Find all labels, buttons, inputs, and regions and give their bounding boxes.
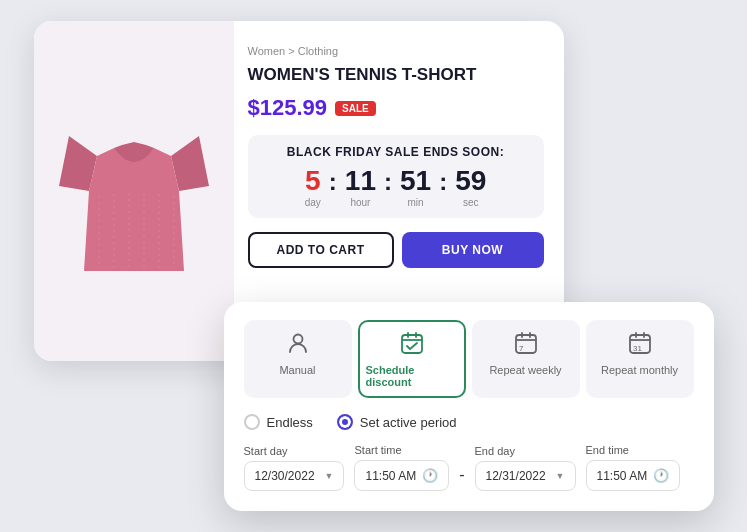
- countdown-seconds: 59 sec: [455, 167, 486, 208]
- tab-manual-label: Manual: [279, 364, 315, 376]
- end-time-value: 11:50 AM: [597, 469, 648, 483]
- end-day-value: 12/31/2022: [486, 469, 546, 483]
- tab-repeat-monthly-label: Repeat monthly: [601, 364, 678, 376]
- person-icon: [288, 332, 308, 359]
- radio-endless[interactable]: Endless: [244, 414, 313, 430]
- product-price: $125.99: [248, 95, 328, 121]
- sep1: :: [329, 168, 337, 196]
- calendar-month-icon: 31: [629, 332, 651, 359]
- start-time-label: Start time: [354, 444, 449, 456]
- countdown-label: BLACK FRIDAY SALE ENDS SOON:: [262, 145, 530, 159]
- svg-text:31: 31: [633, 344, 642, 353]
- end-day-select[interactable]: 12/31/2022 ▼: [475, 461, 576, 491]
- scene: Women > Clothing WOMEN'S TENNIS T-SHORT …: [34, 21, 714, 511]
- price-row: $125.99 SALE: [248, 95, 544, 121]
- svg-text:7: 7: [519, 344, 524, 353]
- radio-set-period[interactable]: Set active period: [337, 414, 457, 430]
- start-time-group: Start time 11:50 AM 🕐: [354, 444, 449, 491]
- radio-endless-circle: [244, 414, 260, 430]
- countdown-minutes: 51 min: [400, 167, 431, 208]
- countdown-box: BLACK FRIDAY SALE ENDS SOON: 5 day : 11 …: [248, 135, 544, 218]
- product-title: WOMEN'S TENNIS T-SHORT: [248, 65, 544, 85]
- clock-icon-end: 🕐: [653, 468, 669, 483]
- tab-manual[interactable]: Manual: [244, 320, 352, 398]
- sep2: :: [384, 168, 392, 196]
- product-image: [59, 106, 209, 276]
- start-day-select[interactable]: 12/30/2022 ▼: [244, 461, 345, 491]
- tab-repeat-weekly[interactable]: 7 Repeat weekly: [472, 320, 580, 398]
- clock-icon: 🕐: [422, 468, 438, 483]
- end-time-input[interactable]: 11:50 AM 🕐: [586, 460, 681, 491]
- sale-badge: SALE: [335, 101, 376, 116]
- start-time-value: 11:50 AM: [365, 469, 416, 483]
- radio-row: Endless Set active period: [244, 414, 694, 430]
- end-time-group: End time 11:50 AM 🕐: [586, 444, 681, 491]
- start-day-label: Start day: [244, 445, 345, 457]
- svg-rect-11: [402, 335, 422, 353]
- radio-endless-label: Endless: [267, 415, 313, 430]
- calendar-check-icon: [401, 332, 423, 359]
- radio-set-period-label: Set active period: [360, 415, 457, 430]
- start-day-value: 12/30/2022: [255, 469, 315, 483]
- countdown-days: 5 day: [305, 167, 321, 208]
- product-image-area: [34, 21, 234, 361]
- tab-repeat-weekly-label: Repeat weekly: [489, 364, 561, 376]
- date-range-separator: -: [459, 466, 464, 491]
- countdown-numbers: 5 day : 11 hour : 51 min : 59: [262, 167, 530, 208]
- chevron-down-icon: ▼: [325, 471, 334, 481]
- breadcrumb: Women > Clothing: [248, 45, 544, 57]
- svg-point-10: [293, 335, 302, 344]
- buy-now-button[interactable]: BUY NOW: [402, 232, 544, 268]
- start-day-group: Start day 12/30/2022 ▼: [244, 445, 345, 491]
- tab-schedule-label: Schedule discount: [366, 364, 458, 388]
- btn-row: ADD TO CART BUY NOW: [248, 232, 544, 268]
- end-day-group: End day 12/31/2022 ▼: [475, 445, 576, 491]
- chevron-down-icon-end: ▼: [556, 471, 565, 481]
- countdown-hours: 11 hour: [345, 167, 376, 208]
- tabs-row: Manual Schedule discount: [244, 320, 694, 398]
- start-time-input[interactable]: 11:50 AM 🕐: [354, 460, 449, 491]
- end-day-label: End day: [475, 445, 576, 457]
- discount-panel: Manual Schedule discount: [224, 302, 714, 511]
- tab-schedule[interactable]: Schedule discount: [358, 320, 466, 398]
- sep3: :: [439, 168, 447, 196]
- calendar-week-icon: 7: [515, 332, 537, 359]
- end-time-label: End time: [586, 444, 681, 456]
- fields-row: Start day 12/30/2022 ▼ Start time 11:50 …: [244, 444, 694, 491]
- radio-set-period-circle: [337, 414, 353, 430]
- add-to-cart-button[interactable]: ADD TO CART: [248, 232, 394, 268]
- tab-repeat-monthly[interactable]: 31 Repeat monthly: [586, 320, 694, 398]
